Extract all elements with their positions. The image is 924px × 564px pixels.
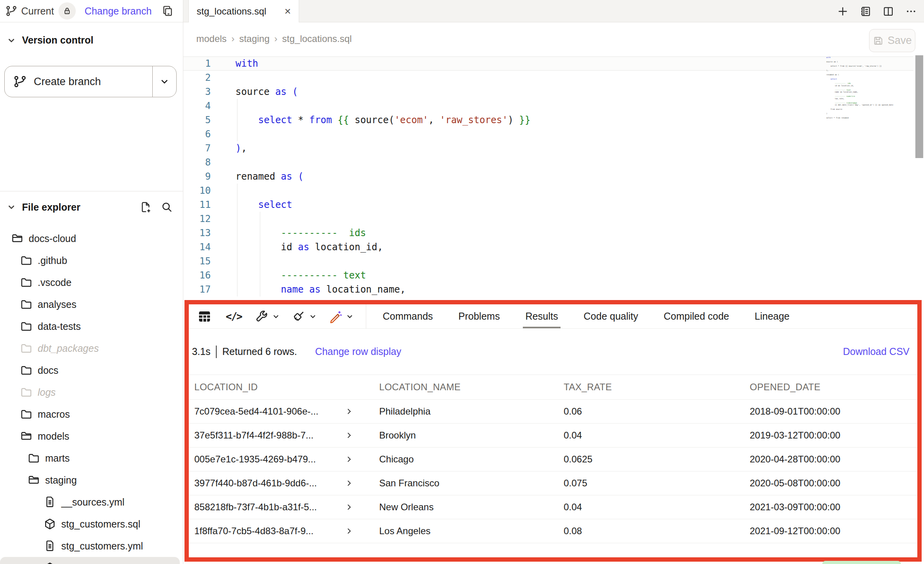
new-tab-icon[interactable] <box>837 5 849 17</box>
file-item-data-tests[interactable]: data-tests <box>0 315 183 337</box>
cell-tax_rate: 0.04 <box>558 502 744 513</box>
toast-clipped <box>822 561 901 564</box>
cell-tax_rate: 0.06 <box>558 406 744 417</box>
folder-icon <box>20 320 33 333</box>
editor-tabstrip: stg_locations.sql × <box>183 0 924 22</box>
folder-icon <box>20 254 33 267</box>
panel-tab-lineage[interactable]: Lineage <box>755 304 790 328</box>
file-name: logs <box>38 387 56 398</box>
cell-location_name: Chicago <box>374 454 558 465</box>
model-icon <box>44 562 56 564</box>
chevron-down-icon <box>6 35 16 45</box>
folder-open-icon <box>11 232 24 245</box>
results-panel: </> <box>184 300 922 562</box>
expand-row-chevron-icon[interactable] <box>345 407 353 416</box>
chevron-down-icon[interactable] <box>272 312 280 321</box>
file-item-dbt-packages[interactable]: dbt_packages <box>0 337 183 359</box>
query-duration: 3.1s <box>192 346 210 357</box>
panel-toolbar: </> <box>189 304 917 329</box>
breadcrumb-item: staging <box>239 33 269 44</box>
tab-stg-locations[interactable]: stg_locations.sql × <box>188 0 299 23</box>
code-line-6: 6 <box>183 127 530 141</box>
file-item-marts[interactable]: marts <box>0 447 183 469</box>
column-header-location_name: LOCATION_NAME <box>374 382 558 393</box>
line-number: 7 <box>183 141 211 155</box>
close-icon[interactable]: × <box>285 6 291 17</box>
search-icon[interactable] <box>161 201 173 213</box>
expand-row-chevron-icon[interactable] <box>345 503 353 511</box>
version-control-header[interactable]: Version control <box>0 35 189 46</box>
file-item-docs[interactable]: docs <box>0 359 183 381</box>
panel-tab-results[interactable]: Results <box>525 304 558 328</box>
notebook-icon[interactable] <box>860 5 871 17</box>
file-explorer-title: File explorer <box>22 202 80 213</box>
change-row-display-link[interactable]: Change row display <box>315 346 402 357</box>
cell-tax_rate: 0.075 <box>558 478 744 489</box>
file-item-stg-customers-yml[interactable]: stg_customers.yml <box>0 535 183 557</box>
folder-open-icon <box>20 430 33 442</box>
build-wrench-icon[interactable] <box>255 310 280 323</box>
line-number: 10 <box>183 184 211 198</box>
cell-opened_date: 2020-05-08T00:00:00 <box>744 478 917 489</box>
new-file-icon[interactable] <box>140 201 152 213</box>
breadcrumb-separator: › <box>231 33 234 44</box>
editor-scrollbar[interactable] <box>915 55 923 158</box>
file-item--sources-yml[interactable]: __sources.yml <box>0 491 183 513</box>
expand-row-chevron-icon[interactable] <box>345 431 353 440</box>
cell-location_id: 005e7e1c-1935-4269-b479... <box>189 454 374 465</box>
split-editor-icon[interactable] <box>882 5 894 17</box>
cell-opened_date: 2021-09-12T00:00:00 <box>744 526 917 537</box>
file-item-stg-locations-sql[interactable]: stg_locations.sql <box>0 557 180 564</box>
copy-icon[interactable] <box>162 5 173 17</box>
file-name: stg_locations.sql <box>61 562 134 564</box>
panel-tab-code-quality[interactable]: Code quality <box>584 304 638 328</box>
table-row: 3977f440-b87d-461b-9dd6-...San Francisco… <box>189 471 917 495</box>
panel-tab-compiled-code[interactable]: Compiled code <box>664 304 729 328</box>
breadcrumb-separator: › <box>274 33 278 44</box>
table-row: 858218fb-73f7-4b1b-a31f-5...New Orleans0… <box>189 495 917 519</box>
compile-code-icon[interactable]: </> <box>226 311 242 322</box>
ai-magic-pen-icon[interactable] <box>329 310 354 323</box>
panel-tab-commands[interactable]: Commands <box>383 304 433 328</box>
chevron-down-icon[interactable] <box>309 312 317 321</box>
tab-title: stg_locations.sql <box>197 6 266 17</box>
cell-location_id: 858218fb-73f7-4b1b-a31f-5... <box>189 502 374 513</box>
file-item-macros[interactable]: macros <box>0 403 183 425</box>
cell-tax_rate: 0.0625 <box>558 454 744 465</box>
expand-row-chevron-icon[interactable] <box>345 479 353 488</box>
file-item-docs-cloud[interactable]: docs-cloud <box>0 227 183 249</box>
file-item--vscode[interactable]: .vscode <box>0 271 183 293</box>
minimap[interactable]: with source as ( select * from {{ source… <box>826 56 917 124</box>
file-item--github[interactable]: .github <box>0 249 183 271</box>
git-branch-icon <box>13 75 27 88</box>
panel-tab-problems[interactable]: Problems <box>458 304 500 328</box>
create-branch-button[interactable]: Create branch <box>4 66 177 97</box>
file-item-stg-customers-sql[interactable]: stg_customers.sql <box>0 513 183 535</box>
create-branch-dropdown[interactable] <box>153 76 176 87</box>
code-line-13: 13 ---------- ids <box>183 226 530 240</box>
cell-location_id: 3977f440-b87d-461b-9dd6-... <box>189 478 374 489</box>
line-number: 9 <box>183 169 211 184</box>
panel-tabs: CommandsProblemsResultsCode qualityCompi… <box>383 304 790 328</box>
file-item-models[interactable]: models <box>0 425 183 447</box>
more-options-icon[interactable] <box>905 5 917 17</box>
chevron-down-icon[interactable] <box>345 312 354 321</box>
code-line-2: 2 <box>183 71 530 85</box>
git-branch-icon <box>5 5 17 17</box>
format-broom-icon[interactable] <box>292 310 317 323</box>
file-item-staging[interactable]: staging <box>0 469 183 491</box>
results-table: LOCATION_IDLOCATION_NAMETAX_RATEOPENED_D… <box>189 375 917 543</box>
change-branch-link[interactable]: Change branch <box>84 5 152 17</box>
file-explorer-header[interactable]: File explorer <box>0 191 183 223</box>
code-editor[interactable]: 1with23source as (45 select * from {{ so… <box>183 55 924 300</box>
column-header-tax_rate: TAX_RATE <box>558 382 744 393</box>
preview-table-icon[interactable] <box>197 309 212 324</box>
download-csv-link[interactable]: Download CSV <box>843 346 909 357</box>
cell-location_name: Los Angeles <box>374 526 558 537</box>
expand-row-chevron-icon[interactable] <box>345 527 353 535</box>
expand-row-chevron-icon[interactable] <box>345 455 353 464</box>
file-item-analyses[interactable]: analyses <box>0 293 183 315</box>
table-row: 37e5f311-b7f4-4f2f-988b-7...Brooklyn0.04… <box>189 424 917 448</box>
save-button[interactable]: Save <box>869 29 915 52</box>
file-item-logs[interactable]: logs <box>0 381 183 403</box>
